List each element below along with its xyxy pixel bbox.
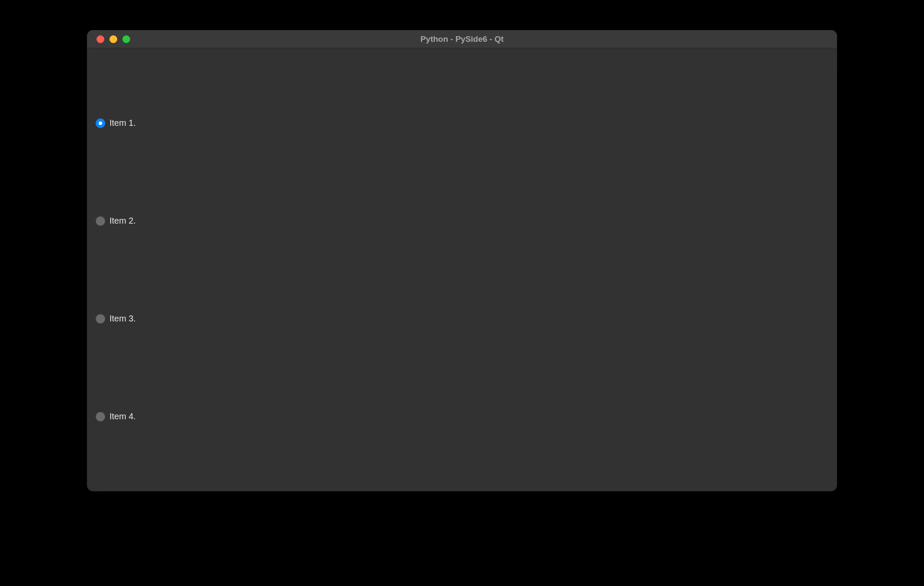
- close-icon[interactable]: [97, 35, 104, 43]
- radio-item-label: Item 4.: [109, 411, 136, 421]
- window-title: Python - PySide6 - Qt: [87, 34, 837, 44]
- radio-item-4[interactable]: Item 4.: [96, 411, 828, 421]
- radio-item-1[interactable]: Item 1.: [96, 118, 828, 128]
- radio-item-label: Item 3.: [109, 314, 136, 324]
- radio-item-3[interactable]: Item 3.: [96, 314, 828, 324]
- radio-item-label: Item 2.: [109, 216, 136, 226]
- traffic-lights: [97, 35, 130, 43]
- window-content: Item 1. Item 2. Item 3. Item 4.: [87, 48, 837, 491]
- radio-unchecked-icon: [96, 412, 105, 421]
- application-window: Python - PySide6 - Qt Item 1. Item 2. It…: [87, 30, 837, 491]
- radio-unchecked-icon: [96, 314, 105, 324]
- radio-item-label: Item 1.: [109, 118, 136, 128]
- radio-item-2[interactable]: Item 2.: [96, 216, 828, 226]
- minimize-icon[interactable]: [109, 35, 117, 43]
- radio-checked-icon: [96, 118, 105, 128]
- radio-unchecked-icon: [96, 216, 105, 226]
- maximize-icon[interactable]: [122, 35, 130, 43]
- titlebar: Python - PySide6 - Qt: [87, 30, 837, 48]
